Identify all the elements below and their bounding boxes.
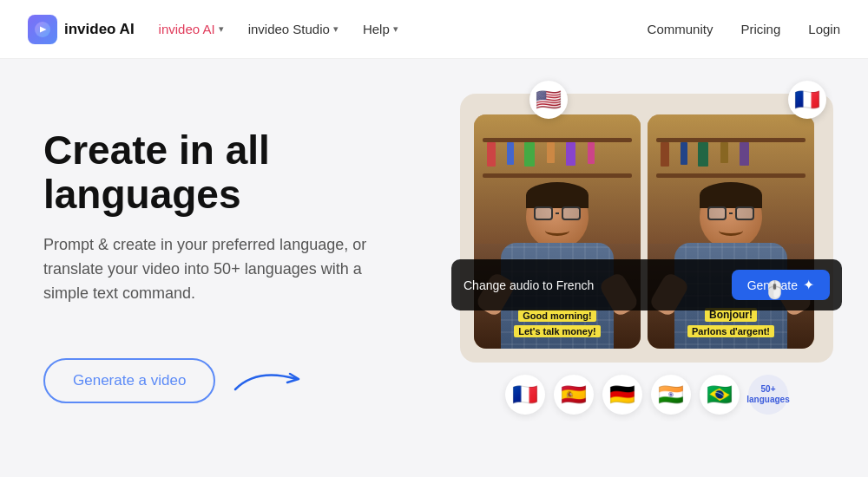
nav-label-invideo-ai: invideo AI — [159, 22, 215, 36]
subtitle-fr-text: Bonjour! Parlons d'argent! — [654, 306, 807, 338]
navbar: invideo AI invideo AI ▾ invideo Studio ▾… — [0, 0, 868, 59]
nav-label-invideo-studio: invideo Studio — [248, 22, 330, 36]
hero-title: Create in all languages — [43, 128, 460, 216]
hero-left: Create in all languages Prompt & create … — [43, 94, 460, 403]
more-languages-badge[interactable]: 50+ languages — [748, 375, 788, 415]
flag-french[interactable]: 🇫🇷 — [505, 375, 545, 415]
cursor-icon: 🖱️ — [764, 279, 786, 300]
language-flags-row: 🇫🇷 🇪🇸 🇩🇪 🇮🇳 🇧🇷 50+ languages — [460, 375, 833, 415]
video-cards-wrapper: 🇺🇸 🇫🇷 — [460, 94, 833, 363]
generate-video-button[interactable]: Generate a video — [43, 358, 215, 403]
chevron-down-icon: ▾ — [393, 23, 398, 35]
demo-panel: 🇺🇸 🇫🇷 — [460, 94, 833, 415]
login-button[interactable]: Login — [808, 22, 840, 36]
logo-icon — [28, 15, 57, 44]
flag-german[interactable]: 🇩🇪 — [602, 375, 642, 415]
chevron-down-icon: ▾ — [333, 23, 339, 35]
chevron-down-icon: ▾ — [219, 23, 224, 35]
logo[interactable]: invideo AI — [28, 15, 135, 44]
nav-item-help[interactable]: Help ▾ — [363, 22, 398, 36]
fr-flag-badge-top: 🇫🇷 — [788, 81, 826, 119]
nav-item-invideo-studio[interactable]: invideo Studio ▾ — [248, 22, 339, 36]
us-flag-badge: 🇺🇸 — [529, 81, 568, 119]
plus-icon: ✦ — [803, 277, 814, 293]
hero-subtitle: Prompt & create in your preferred langua… — [43, 233, 391, 306]
arrow-indicator — [231, 363, 309, 398]
logo-text: invideo AI — [64, 21, 135, 38]
nav-label-help: Help — [363, 22, 390, 36]
nav-item-community[interactable]: Community — [648, 22, 713, 36]
flag-portuguese[interactable]: 🇧🇷 — [700, 375, 740, 415]
command-text: Change audio to French — [464, 278, 594, 292]
subtitle-en-text: Good morning! Let's talk money! — [481, 307, 634, 338]
flag-spanish[interactable]: 🇪🇸 — [554, 375, 594, 415]
flag-hindi[interactable]: 🇮🇳 — [651, 375, 691, 415]
video-card-english: Good morning! Let's talk money! — [474, 114, 641, 349]
nav-item-invideo-ai[interactable]: invideo AI ▾ — [159, 22, 224, 36]
hero-section: Create in all languages Prompt & create … — [0, 59, 868, 477]
video-card-french: Bonjour! Parlons d'argent! — [648, 114, 814, 349]
cta-container: Generate a video — [43, 358, 460, 403]
nav-item-pricing[interactable]: Pricing — [740, 22, 780, 36]
